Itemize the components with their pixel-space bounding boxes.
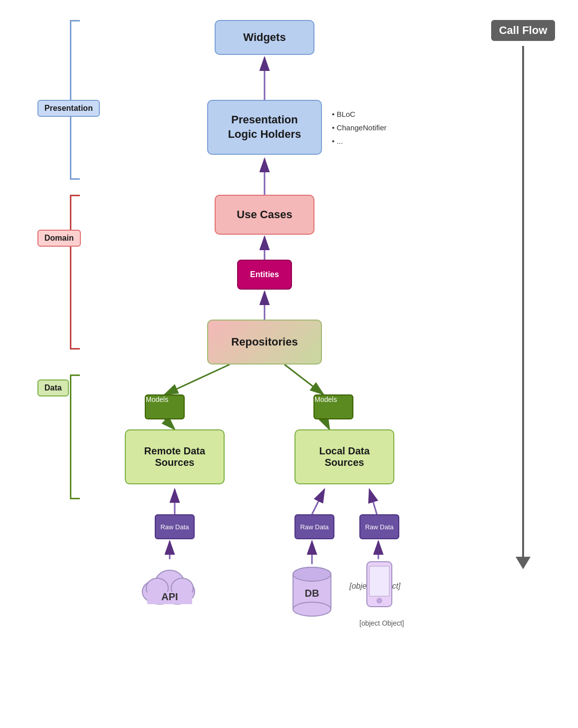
box-local-data-sources: Local Data Sources [294,429,394,484]
bracket-data [70,374,80,499]
bullet-item-2: • ChangeNotifier [332,121,386,134]
svg-point-28 [293,602,331,616]
bullet-list-plh: • BLoC • ChangeNotifier • ... [332,107,386,148]
bullet-item-1: • BLoC [332,107,386,121]
svg-line-9 [165,419,175,429]
phone-icon [364,559,394,609]
box-remote-data-sources: Remote Data Sources [125,429,225,484]
box-raw-data-db: Raw Data [294,514,334,539]
svg-line-12 [312,489,324,514]
svg-text:API: API [161,591,178,602]
bracket-domain [70,195,80,350]
call-flow-container: Call Flow [498,20,548,569]
box-raw-data-api: Raw Data [155,514,195,539]
box-use-cases: Use Cases [215,195,314,235]
box-models-left: Models [145,394,185,419]
svg-point-29 [293,567,331,581]
box-presentation-logic-holders: Presentation Logic Holders [207,100,322,155]
label-domain: Domain [37,230,81,247]
call-flow-arrowhead [516,557,531,569]
location-label: [object Object] [359,619,404,627]
svg-rect-32 [369,566,389,596]
bullet-item-3: • ... [332,134,386,148]
svg-point-33 [377,598,382,603]
db-cylinder-icon: DB [289,564,334,614]
box-models-right: Models [313,394,353,419]
box-widgets: Widgets [215,20,314,55]
label-presentation: Presentation [37,100,100,117]
svg-text:DB: DB [305,588,319,599]
box-raw-data-location: Raw Data [359,514,399,539]
svg-line-13 [369,489,377,514]
label-data: Data [37,379,69,396]
cloud-api-icon: API [135,559,205,609]
box-entities: Entities [237,260,292,290]
svg-line-7 [165,364,230,394]
call-flow-line [522,46,524,557]
svg-line-8 [285,364,323,394]
box-repositories: Repositories [207,320,322,364]
diagram-container: Presentation Domain Data Widgets Present… [0,0,578,728]
call-flow-label: Call Flow [491,20,556,41]
svg-line-10 [324,419,329,429]
